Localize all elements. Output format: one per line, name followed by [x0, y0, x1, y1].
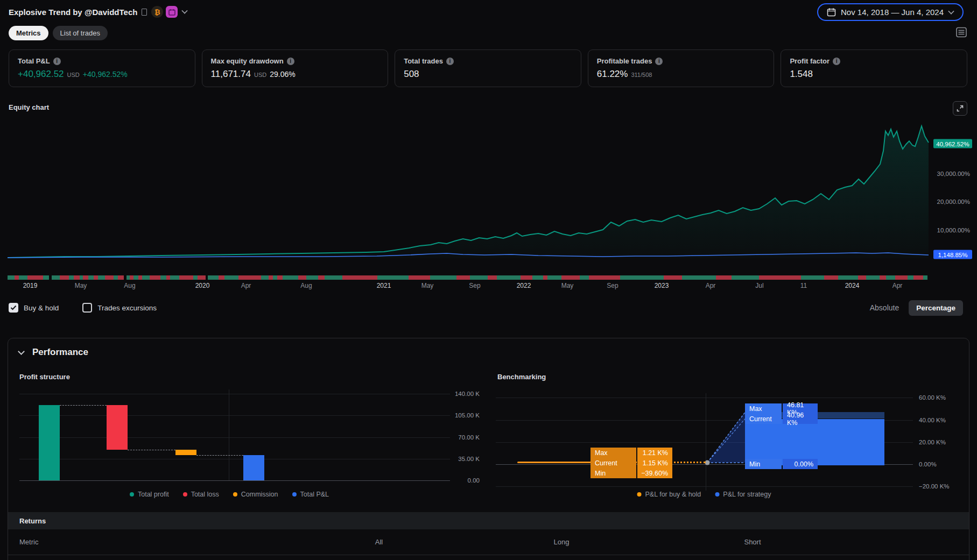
- performance-panel: Performance Profit structure Benchmarkin…: [8, 338, 969, 560]
- losing-trades-segment: [15, 275, 19, 280]
- strategy-header: Explosive Trend by @DaviddTech ₿: [9, 5, 187, 18]
- page-title: Explosive Trend by @DaviddTech: [9, 8, 137, 17]
- metric-label: Max equity drawdown: [211, 57, 284, 65]
- time-tick: Apr: [706, 282, 716, 289]
- bar-total-p-l[interactable]: [243, 455, 264, 480]
- winning-trades-segment: [208, 275, 218, 280]
- winning-trades-segment: [8, 275, 15, 280]
- buy-hold-price-badge: 1,148.85%: [933, 250, 972, 259]
- bar-total-profit[interactable]: [39, 405, 60, 480]
- benchmark-axis-tick: 20.00 K%: [919, 439, 946, 445]
- winning-trades-segment: [532, 275, 543, 280]
- metric-label: Total trades: [404, 57, 443, 65]
- benchmark-axis-tick: 40.00 K%: [919, 417, 946, 423]
- winning-trades-segment: [325, 275, 343, 280]
- profit-gridline: [19, 459, 450, 459]
- losing-trades-segment: [895, 275, 908, 280]
- expand-chart-button[interactable]: [953, 101, 967, 116]
- performance-header[interactable]: Performance: [19, 347, 88, 358]
- trade-outcome-stripe[interactable]: [8, 275, 927, 280]
- legend-dot-icon: [130, 492, 134, 497]
- title-dropdown-chevron-icon[interactable]: [182, 8, 188, 13]
- info-icon[interactable]: i: [287, 58, 294, 65]
- tooltip-value: −39.60%: [637, 468, 672, 478]
- buy-hold-label: Buy & hold: [24, 304, 59, 312]
- winning-trades-segment: [273, 275, 277, 280]
- date-range-button[interactable]: Nov 14, 2018 — Jun 4, 2024: [817, 3, 964, 21]
- losing-trades-segment: [118, 275, 124, 280]
- collapse-chevron-icon: [18, 348, 25, 355]
- metric-value: 11,671.74: [211, 69, 251, 80]
- layout-list-button[interactable]: [954, 25, 968, 39]
- winning-trades-segment: [224, 275, 238, 280]
- time-tick: 2020: [195, 282, 210, 289]
- bar-total-loss[interactable]: [107, 405, 128, 450]
- profit-structure-title: Profit structure: [19, 373, 70, 381]
- metric-card-value: 508: [404, 69, 572, 80]
- bar-commission[interactable]: [175, 450, 196, 455]
- metric-value: +40,962.52: [18, 69, 64, 80]
- tab-metrics[interactable]: Metrics: [9, 26, 48, 40]
- losing-trades-segment: [238, 275, 261, 280]
- time-tick: Sep: [469, 282, 480, 289]
- buy-hold-tooltip-row: Max1.21 K%: [591, 448, 672, 458]
- legend-label: Total loss: [191, 491, 219, 498]
- winning-trades-segment: [160, 275, 166, 280]
- percentage-button[interactable]: Percentage: [909, 300, 963, 316]
- losing-trades-segment: [488, 275, 497, 280]
- legend-label: Total profit: [138, 491, 169, 498]
- legend-label: P&L for strategy: [723, 491, 771, 498]
- winning-trades-segment: [193, 275, 198, 280]
- calendar-icon: [827, 8, 836, 17]
- metric-unit: 311/508: [631, 72, 652, 78]
- benchmark-gridline: [496, 486, 913, 487]
- benchmark-axis-tick: 60.00 K%: [919, 394, 946, 401]
- equity-chart-plot[interactable]: [0, 0, 977, 301]
- tooltip-key: Max: [591, 448, 636, 458]
- info-icon[interactable]: i: [446, 58, 454, 65]
- info-icon[interactable]: i: [833, 58, 840, 65]
- metric-sub-value: +40,962.52%: [83, 70, 128, 79]
- performance-title: Performance: [32, 347, 88, 358]
- tooltip-key: Current: [745, 414, 782, 424]
- legend-item: Commission: [233, 491, 278, 498]
- metric-value: 61.22%: [597, 69, 628, 80]
- winning-trades-segment: [580, 275, 589, 280]
- check-icon: [10, 305, 17, 310]
- profit-gridline: [19, 415, 450, 416]
- winning-trades-segment: [52, 275, 60, 280]
- losing-trades-segment: [521, 275, 533, 280]
- absolute-button[interactable]: Absolute: [870, 303, 899, 312]
- profit-gridline: [19, 394, 450, 394]
- legend-item: Total P&L: [292, 491, 329, 498]
- losing-trades-segment: [105, 275, 114, 280]
- losing-trades-segment: [179, 275, 193, 280]
- tooltip-value: 1.21 K%: [637, 448, 672, 458]
- buy-hold-line: [8, 253, 929, 258]
- legend-item: P&L for buy & hold: [637, 491, 701, 498]
- returns-title: Returns: [19, 517, 46, 525]
- trades-excursions-label: Trades excursions: [97, 304, 157, 312]
- info-icon[interactable]: i: [655, 58, 663, 65]
- winning-trades-segment: [98, 275, 105, 280]
- winning-trades-segment: [114, 275, 118, 280]
- tab-list-of-trades[interactable]: List of trades: [53, 26, 108, 40]
- benchmark-axis-tick: 0.00%: [919, 461, 937, 467]
- losing-trades-segment: [759, 275, 800, 280]
- trades-excursions-checkbox[interactable]: [82, 303, 92, 313]
- buy-hold-checkbox-group[interactable]: Buy & hold: [9, 303, 59, 313]
- info-icon[interactable]: i: [53, 58, 61, 65]
- winning-trades-segment: [497, 275, 521, 280]
- buy-hold-checkbox[interactable]: [9, 303, 18, 313]
- benchmark-legend: P&L for buy & holdP&L for strategy: [637, 491, 771, 498]
- metric-card-value: 11,671.74USD29.06%: [211, 69, 379, 80]
- waterfall-connector: [60, 405, 107, 406]
- trades-excursions-checkbox-group[interactable]: Trades excursions: [82, 303, 157, 313]
- metric-card-label: Profitable tradesi: [597, 57, 765, 65]
- returns-section-header[interactable]: Returns: [8, 512, 969, 529]
- metric-card-label: Profit factori: [790, 57, 958, 65]
- losing-trades-segment: [824, 275, 838, 280]
- losing-trades-segment: [74, 275, 80, 280]
- waterfall-connector: [128, 450, 175, 450]
- tooltip-key: Current: [591, 458, 636, 468]
